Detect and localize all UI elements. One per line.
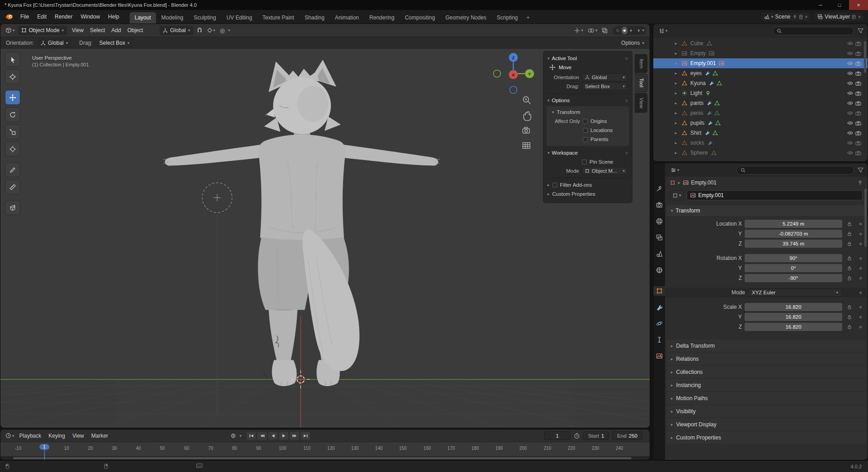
- lock-icon[interactable]: [845, 255, 854, 261]
- disable-in-renders-icon[interactable]: [855, 121, 861, 126]
- scene-name[interactable]: Scene: [775, 14, 790, 20]
- play-reverse-button[interactable]: [268, 432, 278, 440]
- panel-grip-icon[interactable]: ≡: [625, 151, 628, 156]
- object-name[interactable]: Shirt: [689, 130, 703, 136]
- disable-in-renders-icon[interactable]: [855, 111, 861, 116]
- tab-render[interactable]: [653, 200, 665, 210]
- timeline-menu-item[interactable]: View: [69, 433, 88, 439]
- collapsed-panel[interactable]: ▸ Visibility: [666, 405, 866, 417]
- collapsed-panel[interactable]: ▸ Viewport Display: [666, 418, 866, 430]
- disable-in-renders-icon[interactable]: [855, 71, 861, 76]
- shading-solid-button[interactable]: ●: [622, 27, 627, 34]
- npanel-orientation-dropdown[interactable]: Global ▾: [582, 73, 628, 81]
- timeline-ruler[interactable]: -101102030405060708090100110120130140150…: [0, 442, 650, 456]
- drag-dropdown[interactable]: Select Box ▾: [96, 38, 133, 48]
- disable-in-renders-icon[interactable]: [855, 91, 861, 96]
- proportional-falloff-dropdown[interactable]: ▾: [228, 28, 230, 33]
- proportional-edit-toggle[interactable]: ◎: [218, 26, 226, 35]
- browse-object-button[interactable]: ▾: [670, 190, 684, 200]
- object-name[interactable]: Cube: [689, 40, 704, 47]
- outliner-row[interactable]: ▸ Shirt: [653, 128, 868, 138]
- add-workspace-button[interactable]: +: [523, 12, 533, 24]
- checkbox[interactable]: [583, 119, 588, 124]
- mode-dropdown[interactable]: Object Mode ▾: [18, 26, 67, 35]
- start-frame-field[interactable]: Start1: [583, 431, 609, 440]
- collapsed-panel[interactable]: ▸ Custom Properties: [666, 431, 866, 444]
- properties-scrollbar[interactable]: [864, 189, 867, 247]
- move-tool[interactable]: [5, 90, 20, 104]
- transform-subpanel-header[interactable]: ▾ Transform: [547, 108, 628, 117]
- workspace-tab[interactable]: UV Editing: [222, 12, 257, 24]
- outliner-row[interactable]: ▸ Sphere: [653, 148, 868, 158]
- workspace-tab[interactable]: Modeling: [156, 12, 189, 24]
- minimize-button[interactable]: ─: [811, 0, 830, 10]
- object-name[interactable]: Empty.001: [689, 60, 717, 66]
- transform-value-field[interactable]: 16.820 ▾: [745, 323, 842, 331]
- add-cube-tool[interactable]: [5, 201, 20, 215]
- lock-icon[interactable]: [845, 314, 854, 320]
- transform-value-field[interactable]: 16.820 ▾: [745, 313, 842, 321]
- expand-arrow-icon[interactable]: ▸: [675, 141, 679, 145]
- transform-value-field[interactable]: 0° ▾: [745, 264, 842, 272]
- expand-arrow-icon[interactable]: ▸: [675, 51, 679, 56]
- snap-settings-dropdown[interactable]: ▾: [206, 27, 217, 34]
- hide-in-viewport-icon[interactable]: [847, 71, 853, 76]
- animate-property-dot[interactable]: [859, 223, 862, 225]
- viewlayer-name[interactable]: ViewLayer: [825, 14, 850, 20]
- hide-in-viewport-icon[interactable]: [847, 121, 853, 125]
- object-name[interactable]: pupils: [689, 120, 705, 126]
- sidebar-tab[interactable]: Item: [635, 54, 647, 73]
- menubar-item[interactable]: File: [16, 10, 33, 24]
- end-frame-field[interactable]: End250: [612, 431, 642, 440]
- expand-arrow-icon[interactable]: ▸: [675, 121, 679, 125]
- outliner-row[interactable]: ▸ socks: [653, 138, 868, 148]
- auto-keying-button[interactable]: [229, 432, 238, 440]
- npanel-drag-dropdown[interactable]: Select Box ▾: [582, 82, 628, 90]
- menubar-item[interactable]: Help: [104, 10, 123, 24]
- disable-in-renders-icon[interactable]: [855, 61, 861, 66]
- tab-object-data[interactable]: [653, 351, 665, 361]
- current-frame-field[interactable]: 1: [544, 431, 571, 440]
- pin-icon[interactable]: [793, 14, 797, 19]
- lock-icon[interactable]: [845, 324, 854, 330]
- collapsed-panel[interactable]: ▸ Motion Paths: [666, 392, 866, 404]
- checkbox[interactable]: [583, 137, 588, 142]
- orientation-dropdown[interactable]: Global ▾: [160, 26, 193, 35]
- workspace-tab[interactable]: Compositing: [400, 12, 440, 24]
- hide-in-viewport-icon[interactable]: [847, 41, 853, 46]
- lock-icon[interactable]: [845, 275, 854, 281]
- tab-view-layer[interactable]: [653, 233, 665, 242]
- animate-property-dot[interactable]: [859, 257, 862, 260]
- transform-value-field[interactable]: 16.820 ▾: [745, 303, 842, 311]
- transform-value-field[interactable]: 90° ▾: [745, 254, 842, 262]
- viewport-menu-item[interactable]: View: [69, 27, 87, 33]
- measure-tool[interactable]: [5, 180, 20, 194]
- workspace-tab[interactable]: Geometry Nodes: [440, 12, 491, 24]
- viewport-menu-item[interactable]: Select: [87, 27, 108, 33]
- expand-arrow-icon[interactable]: ▸: [675, 101, 679, 105]
- hide-in-viewport-icon[interactable]: [847, 111, 853, 115]
- timeline-menu-item[interactable]: Playback: [16, 433, 45, 439]
- outliner-search-input[interactable]: [773, 27, 854, 35]
- object-name[interactable]: socks: [689, 140, 705, 146]
- collapsed-panel[interactable]: ▸ Delta Transform: [666, 340, 866, 352]
- transform-value-field[interactable]: -0.082703 m ▾: [745, 230, 842, 238]
- lock-icon[interactable]: [845, 241, 854, 246]
- transform-panel-header[interactable]: ▾ Transform: [666, 205, 866, 216]
- outliner-row[interactable]: ▸ penis: [653, 108, 868, 118]
- expand-arrow-icon[interactable]: ▸: [675, 151, 679, 155]
- scene-selector[interactable]: ▾ Scene ×: [761, 13, 810, 21]
- outliner-row[interactable]: ▸ Empty.001: [653, 58, 868, 68]
- timeline-menu-item[interactable]: Marker: [88, 433, 112, 439]
- panel-grip-icon[interactable]: ≡: [625, 56, 628, 61]
- disable-in-renders-icon[interactable]: [855, 41, 861, 46]
- viewport-menu-item[interactable]: Add: [108, 27, 124, 33]
- tab-physics[interactable]: [653, 319, 665, 328]
- outliner-row[interactable]: ▸ pants: [653, 98, 868, 108]
- tab-object[interactable]: [653, 286, 665, 296]
- viewport-menu-item[interactable]: Object: [124, 27, 146, 33]
- prev-keyframe-button[interactable]: [257, 432, 267, 440]
- tab-tool[interactable]: [653, 184, 665, 194]
- collapsed-panel[interactable]: ▸ Instancing: [666, 379, 866, 391]
- cursor-tool[interactable]: [5, 70, 20, 84]
